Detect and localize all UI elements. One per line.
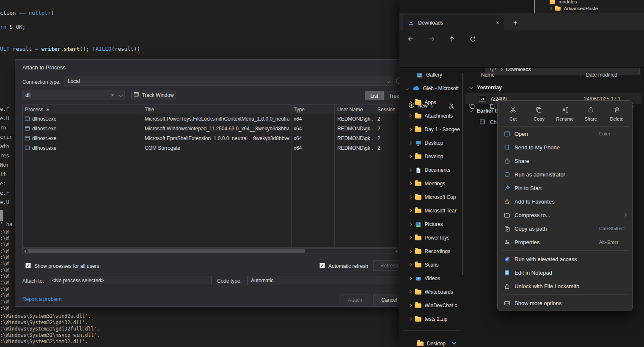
sidebar-item-desktop[interactable]: Desktop xyxy=(402,137,461,149)
chevron-right-icon[interactable] xyxy=(408,196,412,199)
chevron-right-icon[interactable] xyxy=(549,7,552,10)
chevron-right-icon[interactable] xyxy=(408,223,412,226)
sidebar-item-powertoys[interactable]: PowerToys xyxy=(402,231,461,244)
context-item-copy-as-path[interactable]: Copy as pathCtrl+Shift+C xyxy=(499,222,631,235)
chevron-right-icon[interactable] xyxy=(408,290,412,294)
quick-rename-button[interactable]: Rename xyxy=(552,103,578,125)
sidebar-item-recordings[interactable]: Recordings xyxy=(402,245,461,258)
column-header-session[interactable]: Session xyxy=(377,107,396,113)
report-problem-link[interactable]: Report a problem xyxy=(22,296,62,302)
attach-button[interactable]: Attach xyxy=(339,295,371,305)
chevron-right-icon[interactable] xyxy=(408,317,412,321)
chevron-right-icon[interactable] xyxy=(408,236,412,240)
sidebar-item-microsoft-cop[interactable]: Microsoft Cop xyxy=(402,191,461,204)
sidebar-item-documents[interactable]: Documents xyxy=(402,164,461,176)
tab-close-icon[interactable]: × xyxy=(496,19,499,26)
group-earlier[interactable]: Earlier t xyxy=(477,108,497,114)
chevron-right-icon[interactable] xyxy=(408,182,412,185)
chevron-right-icon[interactable] xyxy=(408,250,412,253)
column-divider[interactable] xyxy=(641,72,641,79)
group-yesterday[interactable]: Yesterday xyxy=(477,85,502,91)
chevron-right-icon[interactable] xyxy=(408,168,412,172)
chevron-down-icon[interactable] xyxy=(119,94,122,97)
sidebar-item-meetings[interactable]: Meetings xyxy=(402,177,461,190)
context-item-send-to-my-phone[interactable]: Send to My Phone xyxy=(499,140,631,154)
sidebar-item-windevchat[interactable]: WinDevChat c xyxy=(402,299,461,312)
column-divider[interactable] xyxy=(581,72,581,79)
chevron-right-icon[interactable] xyxy=(408,277,412,280)
chevron-right-icon[interactable] xyxy=(408,209,412,212)
context-item-open[interactable]: OpenEnter xyxy=(499,127,631,140)
up-button[interactable] xyxy=(446,33,457,44)
column-header-date-modified[interactable]: Date modified xyxy=(586,72,617,78)
background-tree-item-advancedpaste[interactable]: AdvancedPaste xyxy=(549,5,598,12)
quick-share-button[interactable]: Share xyxy=(578,103,604,125)
table-row[interactable]: dllhost.exe COM Surrogate x64 REDMOND\gk… xyxy=(23,143,399,153)
background-scrollbar-thumb[interactable] xyxy=(534,0,535,13)
column-header-user-name[interactable]: User Name xyxy=(337,107,363,113)
chevron-right-icon[interactable] xyxy=(408,128,412,131)
sidebar-item-videos[interactable]: Videos xyxy=(402,272,461,285)
context-item-run-as-administrator[interactable]: Run as administrator xyxy=(499,168,631,181)
chevron-right-icon[interactable] xyxy=(408,263,412,267)
context-item-share[interactable]: Share xyxy=(499,154,631,168)
list-view-button[interactable]: List xyxy=(365,91,384,100)
track-window-button[interactable]: Track Window xyxy=(131,90,176,100)
sidebar-item-scans[interactable]: Scans xyxy=(402,259,461,271)
new-tab-button[interactable]: + xyxy=(510,18,520,28)
scroll-left-icon[interactable] xyxy=(24,250,26,253)
quick-copy-button[interactable]: Copy xyxy=(526,103,552,125)
column-header-type[interactable]: Type xyxy=(294,107,305,113)
sidebar-item-pictures[interactable]: Pictures xyxy=(402,218,461,231)
table-row[interactable]: dllhost.exe Microsoft.EpmShellExtension_… xyxy=(23,134,399,143)
sidebar-item-develop[interactable]: Develop xyxy=(402,150,461,163)
context-item-add-to-favorites[interactable]: Add to Favorites xyxy=(499,195,631,208)
context-item-run-with-elevated-access[interactable]: Run with elevated access xyxy=(499,252,631,266)
context-item-compress-to[interactable]: Compress to... xyxy=(499,208,631,222)
chevron-right-icon[interactable] xyxy=(408,141,412,145)
context-item-unlock-with-file-locksmith[interactable]: Unlock with File Locksmith xyxy=(499,279,631,293)
column-header-process[interactable]: Process xyxy=(25,107,43,113)
sidebar-item-onedrive[interactable]: Gleb - Microsoft xyxy=(402,82,461,95)
chevron-right-icon[interactable] xyxy=(408,101,412,104)
quick-cut-button[interactable]: Cut xyxy=(500,103,526,125)
editor-scrollbar-thumb[interactable] xyxy=(0,210,3,221)
sidebar-item-gallery[interactable]: Gallery xyxy=(402,69,461,81)
chevron-right-icon[interactable] xyxy=(499,68,503,71)
context-item-edit-in-notepad[interactable]: Edit in Notepad xyxy=(499,266,631,279)
column-header-name[interactable]: Name xyxy=(481,72,495,78)
scrollbar-thumb[interactable] xyxy=(28,249,305,253)
scroll-right-icon[interactable] xyxy=(396,250,398,253)
connection-type-select[interactable]: Local xyxy=(64,77,393,86)
refresh-button[interactable] xyxy=(467,33,478,44)
chevron-right-icon[interactable] xyxy=(408,114,412,118)
code-type-field[interactable]: Automatic xyxy=(248,276,408,285)
table-row[interactable]: dllhost.exe Microsoft.WindowsNotepad_11.… xyxy=(23,124,399,134)
context-item-show-more-options[interactable]: Show more options xyxy=(499,296,631,310)
sidebar-item-tests-2-zip[interactable]: tests 2.zip xyxy=(402,313,461,325)
context-item-properties[interactable]: PropertiesAlt+Enter xyxy=(499,235,631,249)
automatic-refresh-checkbox[interactable] xyxy=(319,263,325,268)
sidebar-item-apps[interactable]: Apps xyxy=(402,96,461,109)
context-item-pin-to-start[interactable]: Pin to Start xyxy=(499,181,631,195)
chevron-right-icon[interactable] xyxy=(408,304,412,307)
horizontal-scrollbar[interactable] xyxy=(22,248,399,254)
forward-button[interactable] xyxy=(426,33,437,44)
clear-filter-icon[interactable]: × xyxy=(111,92,114,98)
back-button[interactable] xyxy=(405,33,416,44)
process-filter-input[interactable]: dll × xyxy=(22,91,125,99)
chevron-right-icon[interactable] xyxy=(408,155,412,158)
sidebar-item-microsoft-tear[interactable]: Microsoft Tear xyxy=(402,204,461,217)
sidebar-item-attachments[interactable]: Attachments xyxy=(402,110,461,122)
attach-to-field[interactable]: <No process selected> xyxy=(49,276,212,285)
show-processes-checkbox[interactable] xyxy=(25,263,31,268)
list-scrollbar[interactable] xyxy=(462,73,463,275)
sidebar-item-day-1-sangee[interactable]: Day 1 - Sangee xyxy=(402,123,461,136)
column-header-title[interactable]: Title xyxy=(145,107,154,113)
table-row[interactable]: dllhost.exe Microsoft.PowerToys.FileLock… xyxy=(23,114,399,124)
chevron-down-icon[interactable] xyxy=(406,87,409,90)
tab-downloads[interactable]: Downloads × xyxy=(403,15,504,30)
sidebar-item-whiteboards[interactable]: Whiteboards xyxy=(402,286,461,298)
collapse-group-icon[interactable] xyxy=(470,85,473,89)
quick-delete-button[interactable]: Delete xyxy=(604,103,630,125)
